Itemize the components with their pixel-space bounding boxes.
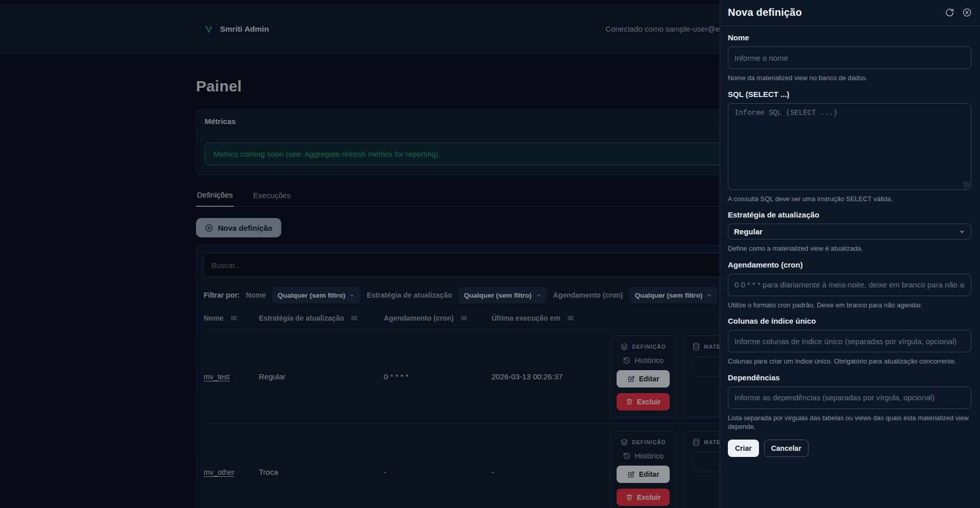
unique-index-help: Colunas para criar um índice único. Obri… — [728, 357, 971, 366]
sql-help: A consulta SQL deve ser uma instrução SE… — [728, 195, 971, 204]
dependencies-help: Lista separada por vírgulas das tabelas … — [728, 414, 971, 431]
schedule-field[interactable] — [728, 274, 971, 296]
schedule-label: Agendamento (cron) — [728, 260, 971, 269]
unique-index-label: Colunas de índice único — [728, 317, 971, 325]
strategy-label: Estratégia de atualização — [728, 210, 971, 219]
strategy-help: Define como a materialized view é atuali… — [728, 244, 971, 253]
unique-index-field[interactable] — [728, 330, 971, 352]
cancel-button[interactable]: Cancelar — [764, 440, 808, 457]
sql-label: SQL (SELECT ...) — [728, 90, 971, 99]
drawer-footer: Criar Cancelar — [728, 437, 971, 457]
drawer-form: Nome Nome da materialized view no banco … — [720, 26, 980, 457]
name-label: Nome — [728, 33, 971, 42]
dependencies-field[interactable] — [728, 386, 971, 409]
sql-field[interactable] — [728, 103, 971, 190]
dependencies-label: Dependências — [728, 373, 971, 382]
drawer-title: Nova definição — [728, 7, 802, 18]
new-definition-drawer: Nova definição Nome Nome da materialized… — [720, 0, 980, 508]
name-field[interactable] — [728, 46, 971, 69]
schedule-help: Utilize o formato cron padrão. Deixe em … — [728, 301, 971, 310]
create-button[interactable]: Criar — [728, 440, 759, 457]
chevron-down-icon — [959, 229, 965, 235]
refresh-icon[interactable] — [945, 8, 954, 17]
name-help: Nome da materialized view no banco de da… — [728, 74, 971, 83]
close-icon[interactable] — [962, 8, 972, 17]
drawer-header: Nova definição — [720, 0, 980, 26]
strategy-select[interactable]: Regular — [728, 224, 971, 239]
